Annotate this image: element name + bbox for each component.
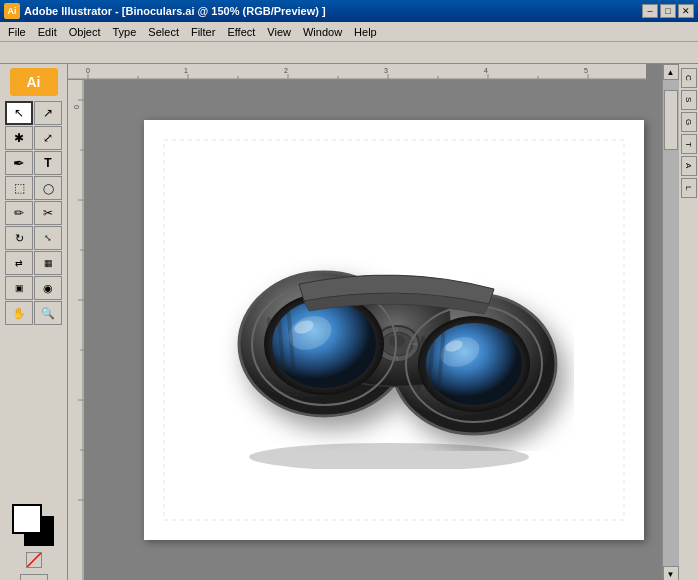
hand-tool-btn[interactable]: ✋	[5, 301, 33, 325]
options-bar	[0, 42, 698, 64]
layers-panel-btn[interactable]: L	[681, 178, 697, 198]
menu-view[interactable]: View	[261, 24, 297, 40]
binoculars-illustration	[214, 189, 574, 471]
magic-wand-tool-btn[interactable]: ✱	[5, 126, 33, 150]
canvas-with-scrollbar: 0 1 2 3 4 5	[68, 64, 698, 580]
gradient-panel-btn[interactable]: G	[681, 112, 697, 132]
svg-text:3: 3	[384, 67, 388, 74]
rotate-tool-btn[interactable]: ↻	[5, 226, 33, 250]
outer-layout: Ai ↖ ↗ ✱ ⤢ ✒ T ⬚ ◯ ✏ ✂ ↻ ⤡ ⇄ ▦	[0, 64, 698, 580]
title-bar-left: Ai Adobe Illustrator - [Binoculars.ai @ …	[4, 3, 326, 19]
scissor-tool-btn[interactable]: ✂	[34, 201, 62, 225]
tool-row-3: ✒ T	[5, 151, 62, 175]
gradient-tool-btn[interactable]: ▣	[5, 276, 33, 300]
direct-selection-tool-btn[interactable]: ↗	[34, 101, 62, 125]
svg-text:5: 5	[584, 67, 588, 74]
selection-tool-btn[interactable]: ↖	[5, 101, 33, 125]
pen-tool-btn[interactable]: ✒	[5, 151, 33, 175]
pencil-tool-btn[interactable]: ✏	[5, 201, 33, 225]
ellipse-tool-btn[interactable]: ◯	[34, 176, 62, 200]
color-area: ⊞	[8, 500, 60, 580]
menu-object[interactable]: Object	[63, 24, 107, 40]
scroll-track-vertical[interactable]	[663, 80, 679, 566]
minimize-button[interactable]: –	[642, 4, 658, 18]
canvas-area[interactable]: 0 1 2 3 4 5	[68, 64, 662, 580]
ruler-horizontal: 0 1 2 3 4 5	[68, 64, 646, 80]
svg-text:4: 4	[484, 67, 488, 74]
scale-tool-btn[interactable]: ⤡	[34, 226, 62, 250]
type-tool-btn[interactable]: T	[34, 151, 62, 175]
menu-edit[interactable]: Edit	[32, 24, 63, 40]
eyedropper-tool-btn[interactable]: ◉	[34, 276, 62, 300]
vertical-scrollbar: ▲ ▼	[662, 64, 678, 580]
blend-tool-btn[interactable]: ⇄	[5, 251, 33, 275]
svg-text:0: 0	[86, 67, 90, 74]
maximize-button[interactable]: □	[660, 4, 676, 18]
title-bar: Ai Adobe Illustrator - [Binoculars.ai @ …	[0, 0, 698, 22]
zoom-tool-btn[interactable]: 🔍	[34, 301, 62, 325]
tool-row-1: ↖ ↗	[5, 101, 62, 125]
right-panel: C S G T A L	[678, 64, 698, 580]
close-button[interactable]: ✕	[678, 4, 694, 18]
title-text: Adobe Illustrator - [Binoculars.ai @ 150…	[24, 5, 326, 17]
main-area: 0 1 2 3 4 5	[68, 64, 698, 580]
svg-point-40	[389, 335, 405, 347]
menu-window[interactable]: Window	[297, 24, 348, 40]
menu-select[interactable]: Select	[142, 24, 185, 40]
menu-file[interactable]: File	[2, 24, 32, 40]
ruler-vertical: 0	[68, 80, 84, 580]
tool-row-5: ✏ ✂	[5, 201, 62, 225]
title-buttons: – □ ✕	[642, 4, 694, 18]
svg-rect-20	[68, 80, 84, 580]
scroll-thumb-vertical[interactable]	[664, 90, 678, 150]
scroll-down-button[interactable]: ▼	[663, 566, 679, 580]
artboard	[144, 120, 644, 540]
menu-effect[interactable]: Effect	[221, 24, 261, 40]
scroll-up-button[interactable]: ▲	[663, 64, 679, 80]
swatches-panel-btn[interactable]: S	[681, 90, 697, 110]
svg-rect-1	[68, 64, 646, 80]
menu-type[interactable]: Type	[107, 24, 143, 40]
menu-filter[interactable]: Filter	[185, 24, 221, 40]
svg-text:1: 1	[184, 67, 188, 74]
tool-row-7: ⇄ ▦	[5, 251, 62, 275]
rectangle-tool-btn[interactable]: ⬚	[5, 176, 33, 200]
none-icon[interactable]	[26, 552, 42, 568]
stroke-panel-btn[interactable]: T	[681, 134, 697, 154]
tool-row-2: ✱ ⤢	[5, 126, 62, 150]
menu-help[interactable]: Help	[348, 24, 383, 40]
svg-point-33	[249, 443, 529, 469]
screen-mode-btn[interactable]: ⊞	[20, 574, 48, 580]
tool-row-6: ↻ ⤡	[5, 226, 62, 250]
left-toolbar: Ai ↖ ↗ ✱ ⤢ ✒ T ⬚ ◯ ✏ ✂ ↻ ⤡ ⇄ ▦	[0, 64, 68, 580]
svg-line-0	[27, 553, 41, 567]
mesh-tool-btn[interactable]: ▦	[34, 251, 62, 275]
app-icon: Ai	[4, 3, 20, 19]
tool-row-9: ✋ 🔍	[5, 301, 62, 325]
lasso-tool-btn[interactable]: ⤢	[34, 126, 62, 150]
color-panel-btn[interactable]: C	[681, 68, 697, 88]
tool-row-8: ▣ ◉	[5, 276, 62, 300]
appearance-panel-btn[interactable]: A	[681, 156, 697, 176]
ai-logo: Ai	[10, 68, 58, 96]
svg-text:2: 2	[284, 67, 288, 74]
tool-row-4: ⬚ ◯	[5, 176, 62, 200]
fill-swatch[interactable]	[12, 504, 42, 534]
menu-bar: File Edit Object Type Select Filter Effe…	[0, 22, 698, 42]
swatch-container	[12, 504, 56, 548]
artboard-wrapper	[84, 80, 662, 580]
svg-text:0: 0	[73, 105, 80, 109]
